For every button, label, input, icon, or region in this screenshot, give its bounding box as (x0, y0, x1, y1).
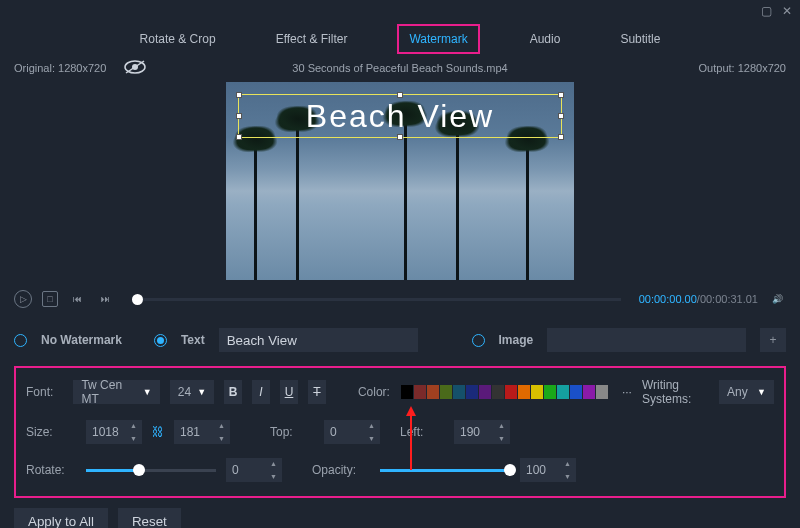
color-swatch[interactable] (414, 385, 426, 399)
radio-no-watermark[interactable] (14, 334, 27, 347)
italic-button[interactable]: I (252, 380, 270, 404)
original-resolution: Original: 1280x720 (14, 62, 106, 74)
size-width-input[interactable]: 1018▲▼ (86, 420, 142, 444)
next-frame-button[interactable]: ⏭ (96, 290, 114, 308)
play-button[interactable]: ▷ (14, 290, 32, 308)
color-swatch[interactable] (492, 385, 504, 399)
top-input[interactable]: 0▲▼ (324, 420, 380, 444)
watermark-text-overlay: Beach View (306, 98, 494, 135)
color-swatch[interactable] (596, 385, 608, 399)
playback-slider[interactable] (132, 298, 621, 301)
tab-subtitle[interactable]: Subtitle (610, 26, 670, 52)
left-label: Left: (400, 425, 444, 439)
close-icon[interactable]: ✕ (782, 4, 792, 18)
text-label: Text (181, 333, 205, 347)
link-aspect-icon[interactable]: ⛓ (152, 425, 164, 439)
color-swatch[interactable] (427, 385, 439, 399)
apply-to-all-button[interactable]: Apply to All (14, 508, 108, 528)
top-label: Top: (270, 425, 314, 439)
radio-text[interactable] (154, 334, 167, 347)
color-swatch[interactable] (440, 385, 452, 399)
rotate-input[interactable]: 0▲▼ (226, 458, 282, 482)
strikethrough-button[interactable]: T (308, 380, 326, 404)
opacity-input[interactable]: 100▲▼ (520, 458, 576, 482)
color-label: Color: (358, 385, 391, 399)
color-swatch[interactable] (453, 385, 465, 399)
watermark-image-input[interactable] (547, 328, 746, 352)
left-input[interactable]: 190▲▼ (454, 420, 510, 444)
stop-button[interactable]: □ (42, 291, 58, 307)
volume-icon[interactable]: 🔊 (768, 290, 786, 308)
color-swatch[interactable] (466, 385, 478, 399)
color-swatch[interactable] (479, 385, 491, 399)
image-label: Image (499, 333, 534, 347)
maximize-icon[interactable]: ▢ (761, 4, 772, 18)
font-family-select[interactable]: Tw Cen MT▼ (73, 380, 159, 404)
tab-rotate-crop[interactable]: Rotate & Crop (130, 26, 226, 52)
size-label: Size: (26, 425, 76, 439)
prev-frame-button[interactable]: ⏮ (68, 290, 86, 308)
output-resolution: Output: 1280x720 (699, 62, 786, 74)
underline-button[interactable]: U (280, 380, 298, 404)
color-swatch[interactable] (505, 385, 517, 399)
tab-effect-filter[interactable]: Effect & Filter (266, 26, 358, 52)
color-swatch[interactable] (401, 385, 413, 399)
color-swatch[interactable] (518, 385, 530, 399)
size-height-input[interactable]: 181▲▼ (174, 420, 230, 444)
writing-systems-label: Writing Systems: (642, 378, 709, 406)
tab-audio[interactable]: Audio (520, 26, 571, 52)
watermark-text-input[interactable] (219, 328, 418, 352)
no-watermark-label: No Watermark (41, 333, 122, 347)
font-label: Font: (26, 385, 63, 399)
rotate-slider[interactable] (86, 469, 216, 472)
color-swatch[interactable] (544, 385, 556, 399)
more-colors-button[interactable]: ··· (622, 385, 632, 399)
tab-bar: Rotate & Crop Effect & Filter Watermark … (0, 22, 800, 54)
color-swatch[interactable] (557, 385, 569, 399)
radio-image[interactable] (472, 334, 485, 347)
opacity-label: Opacity: (312, 463, 370, 477)
color-swatch[interactable] (570, 385, 582, 399)
preview-toggle-icon[interactable] (124, 60, 146, 76)
annotation-arrow (410, 408, 412, 470)
color-swatches[interactable] (401, 385, 608, 399)
color-swatch[interactable] (531, 385, 543, 399)
reset-button[interactable]: Reset (118, 508, 181, 528)
tab-watermark[interactable]: Watermark (397, 24, 479, 54)
watermark-bounding-box[interactable]: Beach View (238, 94, 562, 138)
rotate-label: Rotate: (26, 463, 76, 477)
add-image-button[interactable]: + (760, 328, 786, 352)
video-preview[interactable]: Beach View (226, 82, 574, 280)
font-size-select[interactable]: 24▼ (170, 380, 214, 404)
opacity-slider[interactable] (380, 469, 510, 472)
watermark-options-panel: Font: Tw Cen MT▼ 24▼ B I U T Color: ··· … (14, 366, 786, 498)
color-swatch[interactable] (583, 385, 595, 399)
bold-button[interactable]: B (224, 380, 242, 404)
time-display: 00:00:00.00/00:00:31.01 (639, 293, 758, 305)
writing-systems-select[interactable]: Any▼ (719, 380, 774, 404)
